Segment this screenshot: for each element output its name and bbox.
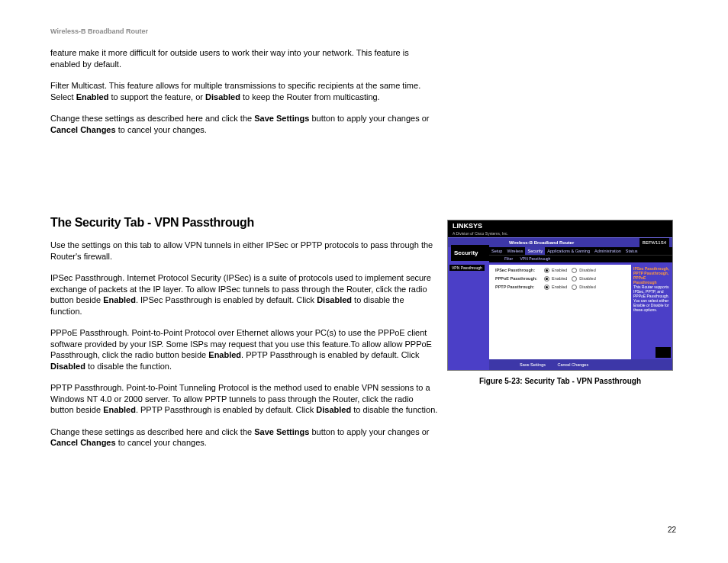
- row-pppoe: PPPoE Passthrough: Enabled Disabled: [489, 273, 631, 282]
- bold-enabled: Enabled: [76, 92, 109, 101]
- text: to disable the function.: [85, 362, 172, 371]
- help-title: IPSec Passthrough, PPTP Passthrough, PPP…: [633, 266, 670, 285]
- label-pptp: PPTP Passthrough:: [495, 285, 540, 289]
- text: . PPTP Passthrough is enabled by default…: [136, 405, 316, 414]
- tab-administration[interactable]: Administration: [592, 247, 623, 255]
- section-heading-vpn-passthrough: The Security Tab - VPN Passthrough: [50, 214, 438, 230]
- radio-pptp-disabled[interactable]: [572, 285, 577, 290]
- bold-cancel-changes: Cancel Changes: [50, 438, 116, 447]
- bold-disabled: Disabled: [317, 295, 352, 304]
- panel-label-vpn-passthrough: VPN Passthrough: [449, 265, 485, 271]
- radio-label-enabled: Enabled: [552, 276, 567, 281]
- para-filter-multicast: Filter Multicast. This feature allows fo…: [50, 80, 438, 102]
- bold-enabled: Enabled: [103, 405, 136, 414]
- tab-status[interactable]: Status: [623, 247, 640, 255]
- text: to keep the Router from multicasting.: [240, 92, 380, 101]
- help-panel: IPSec Passthrough, PPTP Passthrough, PPP…: [631, 265, 672, 359]
- text: to cancel your changes.: [116, 438, 207, 447]
- row-pptp: PPTP Passthrough: Enabled Disabled: [489, 282, 631, 290]
- main-tabs: Setup Wireless Security Applications & G…: [489, 247, 672, 262]
- bold-disabled: Disabled: [316, 405, 351, 414]
- label-ipsec: IPSec Passthrough:: [495, 268, 540, 272]
- text: to disable the function.: [351, 405, 437, 414]
- body-column: feature make it more difficult for outsi…: [50, 47, 438, 459]
- subtab-filter[interactable]: Filter: [504, 256, 513, 261]
- text: to cancel your changes.: [116, 125, 207, 134]
- text: Change these settings as described here …: [50, 427, 254, 436]
- label-pppoe: PPPoE Passthrough:: [495, 276, 540, 281]
- router-ui-screenshot: LINKSYS A Division of Cisco Systems, Inc…: [447, 220, 673, 371]
- para-ipsec: IPSec Passthrough. Internet Protocol Sec…: [50, 272, 438, 317]
- tab-applications-gaming[interactable]: Applications & Gaming: [545, 247, 592, 255]
- text: . IPSec Passthrough is enabled by defaul…: [136, 295, 317, 304]
- radio-pppoe-enabled[interactable]: [544, 276, 549, 282]
- cancel-changes-button[interactable]: Cancel Changes: [557, 362, 588, 367]
- radio-label-enabled: Enabled: [552, 268, 567, 272]
- para-change-settings-1: Change these settings as described here …: [50, 113, 438, 135]
- bold-cancel-changes: Cancel Changes: [50, 125, 116, 134]
- bold-disabled: Disabled: [205, 92, 240, 101]
- radio-ipsec-enabled[interactable]: [544, 268, 549, 273]
- radio-label-disabled: Disabled: [579, 285, 595, 289]
- radio-label-disabled: Disabled: [579, 276, 595, 281]
- para-change-settings-2: Change these settings as described here …: [50, 426, 438, 449]
- tab-security[interactable]: Security: [525, 247, 545, 255]
- figure-caption: Figure 5-23: Security Tab - VPN Passthro…: [447, 377, 673, 385]
- doc-header: Wireless-B Broadband Router: [50, 27, 148, 35]
- row-ipsec: IPSec Passthrough: Enabled Disabled: [489, 265, 631, 273]
- figure-vpn-passthrough: LINKSYS A Division of Cisco Systems, Inc…: [447, 220, 673, 385]
- radio-pppoe-disabled[interactable]: [572, 276, 577, 282]
- settings-panel: IPSec Passthrough: Enabled Disabled PPPo…: [489, 265, 631, 359]
- bold-disabled: Disabled: [50, 362, 85, 371]
- text: to support the feature, or: [108, 92, 205, 101]
- router-title: Wireless-B Broadband Router: [509, 238, 574, 247]
- bold-enabled: Enabled: [103, 295, 136, 304]
- tab-setup[interactable]: Setup: [489, 247, 504, 255]
- radio-label-enabled: Enabled: [552, 285, 567, 289]
- radio-label-disabled: Disabled: [579, 268, 595, 272]
- footer-bar: Save Settings Cancel Changes: [489, 359, 672, 370]
- subtab-vpn-passthrough[interactable]: VPN Passthrough: [520, 256, 551, 261]
- para-feature-default: feature make it more difficult for outsi…: [50, 47, 438, 69]
- bold-enabled: Enabled: [208, 350, 241, 359]
- radio-ipsec-disabled[interactable]: [572, 268, 577, 273]
- save-settings-button[interactable]: Save Settings: [520, 362, 546, 367]
- tab-wireless[interactable]: Wireless: [504, 247, 525, 255]
- para-pppoe: PPPoE Passthrough. Point-to-Point Protoc…: [50, 327, 438, 372]
- cisco-logo-icon: [656, 347, 671, 358]
- bold-save-settings: Save Settings: [254, 114, 309, 123]
- radio-pptp-enabled[interactable]: [544, 285, 549, 290]
- text: button to apply your changes or: [309, 427, 429, 436]
- para-pptp: PPTP Passthrough. Point-to-Point Tunneli…: [50, 382, 438, 416]
- brand-subtitle: A Division of Cisco Systems, Inc.: [448, 231, 672, 237]
- help-body: This Router supports IPSec, PPTP, and PP…: [633, 285, 669, 312]
- nav-section-label: Security: [451, 245, 489, 261]
- text: . PPTP Passthrough is enabled by default…: [241, 350, 419, 359]
- router-model: BEFW11S4: [639, 238, 669, 247]
- page-number: 22: [668, 526, 676, 534]
- text: Change these settings as described here …: [50, 114, 254, 123]
- para-vpn-intro: Use the settings on this tab to allow VP…: [50, 240, 438, 262]
- bold-save-settings: Save Settings: [254, 427, 309, 436]
- text: button to apply your changes or: [309, 114, 429, 123]
